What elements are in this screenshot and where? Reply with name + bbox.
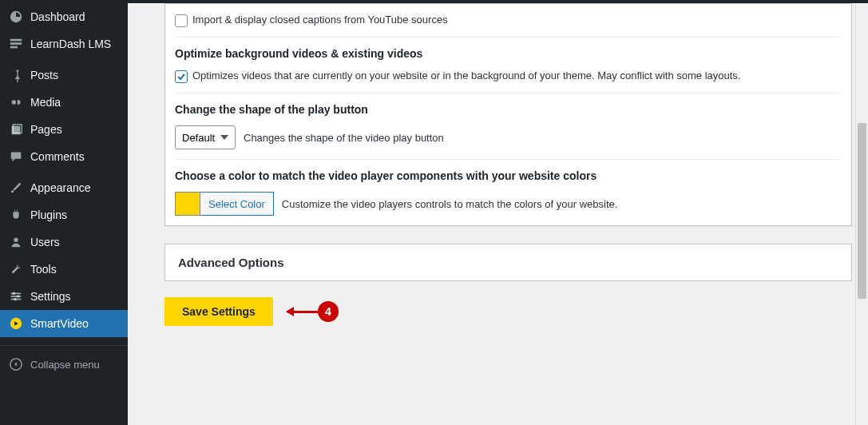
settings-icon [8,289,24,304]
svg-point-12 [14,298,17,301]
page-icon [8,122,24,137]
optimize-title: Optimize background videos & existing vi… [175,47,842,60]
shape-desc: Changes the shape of the video play butt… [244,132,444,144]
optimize-option[interactable]: Optimizes videos that are currently on y… [175,70,842,83]
sidebar-item-label: Dashboard [30,10,85,23]
sidebar-item-comments[interactable]: Comments [0,143,128,170]
sidebar-item-learndash[interactable]: LearnDash LMS [0,30,128,58]
sidebar-item-label: Tools [30,263,57,276]
annotation-badge: 4 [318,301,339,322]
color-swatch [175,192,200,216]
sidebar-item-label: SmartVideo [30,317,89,330]
checkbox-empty[interactable] [175,14,188,27]
sidebar-item-pages[interactable]: Pages [0,116,128,143]
comment-icon [8,149,24,164]
color-picker[interactable]: Select Color [175,192,274,216]
sidebar-item-plugins[interactable]: Plugins [0,201,128,228]
sidebar-item-dashboard[interactable]: Dashboard [0,3,128,30]
pin-icon [8,68,24,82]
admin-sidebar: Dashboard LearnDash LMS Posts Media Page… [0,3,128,425]
annotation-arrow: 4 [287,301,339,322]
sidebar-item-label: Appearance [30,181,91,194]
vertical-scrollbar[interactable] [855,3,868,425]
optimize-label: Optimizes videos that are currently on y… [192,70,740,81]
sidebar-item-tools[interactable]: Tools [0,256,128,283]
sidebar-item-posts[interactable]: Posts [0,62,128,89]
collapse-menu[interactable]: Collapse menu [0,345,128,378]
save-settings-button[interactable]: Save Settings [164,297,273,326]
user-icon [8,235,24,249]
wrench-icon [8,262,24,276]
sidebar-item-settings[interactable]: Settings [0,283,128,310]
sidebar-item-label: Users [30,236,60,248]
shape-select[interactable]: Default [175,125,236,149]
checkbox-checked[interactable] [175,70,188,83]
sidebar-item-label: Plugins [30,209,67,221]
sidebar-item-users[interactable]: Users [0,228,128,256]
svg-rect-0 [10,39,22,42]
sidebar-item-label: LearnDash LMS [30,38,111,50]
svg-point-3 [12,100,16,104]
svg-rect-1 [10,42,22,45]
sidebar-item-label: Posts [30,69,58,81]
dashboard-icon [8,10,24,24]
advanced-title: Advanced Options [178,256,284,269]
svg-point-11 [17,295,20,298]
brush-icon [8,181,24,195]
color-desc: Customize the video players controls to … [282,198,618,210]
captions-label: Import & display closed captions from Yo… [192,14,448,26]
sidebar-item-appearance[interactable]: Appearance [0,174,128,201]
sidebar-item-label: Comments [30,150,85,163]
smartvideo-icon [8,316,24,331]
collapse-icon [8,357,24,371]
scrollbar-thumb[interactable] [858,123,866,299]
shape-title: Change the shape of the play button [175,103,842,116]
advanced-options-header[interactable]: Advanced Options [164,244,852,281]
svg-rect-2 [10,46,18,49]
sidebar-item-label: Media [30,96,61,109]
captions-option[interactable]: Import & display closed captions from Yo… [175,14,842,27]
main-content: Import & display closed captions from Yo… [128,3,868,425]
arrow-icon [287,311,319,313]
svg-point-6 [14,238,18,242]
sidebar-item-smartvideo[interactable]: SmartVideo [0,310,128,337]
learndash-icon [8,37,24,51]
select-color-button[interactable]: Select Color [200,192,274,216]
svg-point-10 [13,292,16,296]
color-title: Choose a color to match the video player… [175,169,842,182]
media-icon [8,95,24,109]
sidebar-item-media[interactable]: Media [0,89,128,116]
collapse-label: Collapse menu [30,359,100,371]
sidebar-item-label: Pages [30,123,62,136]
settings-box: Import & display closed captions from Yo… [164,3,852,226]
sidebar-item-label: Settings [30,290,71,303]
plugin-icon [8,208,24,222]
